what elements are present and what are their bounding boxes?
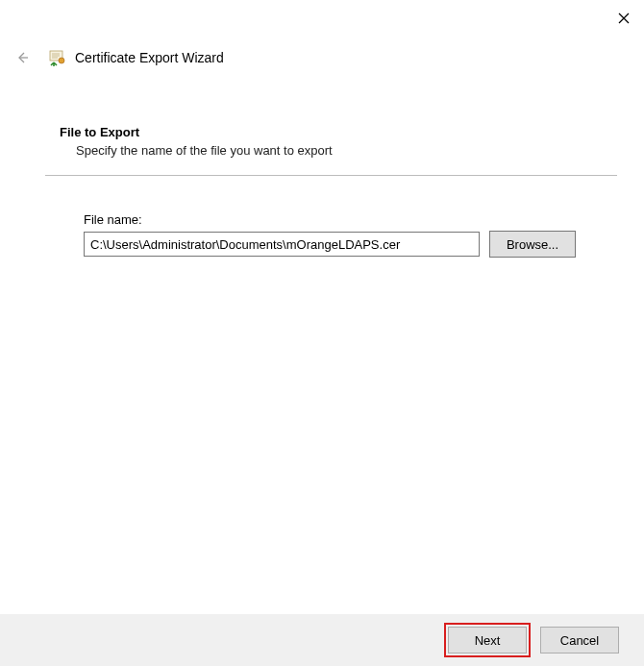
footer-bar: Next Cancel [0, 614, 644, 666]
next-button-highlight: Next [444, 623, 531, 657]
cancel-button[interactable]: Cancel [540, 627, 619, 654]
next-button[interactable]: Next [448, 627, 527, 654]
browse-button[interactable]: Browse... [489, 231, 576, 258]
back-arrow-icon[interactable] [13, 49, 31, 66]
file-input-row: Browse... [84, 231, 617, 258]
section-subtext: Specify the name of the file you want to… [76, 143, 617, 158]
file-name-input[interactable] [84, 232, 480, 257]
divider [45, 175, 617, 176]
section-heading: File to Export [60, 125, 617, 139]
file-field-block: File name: Browse... [84, 212, 617, 258]
content-area: File to Export Specify the name of the f… [45, 125, 617, 258]
close-icon[interactable] [617, 12, 631, 25]
titlebar [0, 0, 644, 35]
wizard-header: Certificate Export Wizard [13, 48, 224, 67]
wizard-title: Certificate Export Wizard [75, 50, 224, 65]
file-name-label: File name: [84, 212, 617, 227]
svg-point-7 [59, 58, 64, 63]
certificate-icon [48, 48, 67, 67]
